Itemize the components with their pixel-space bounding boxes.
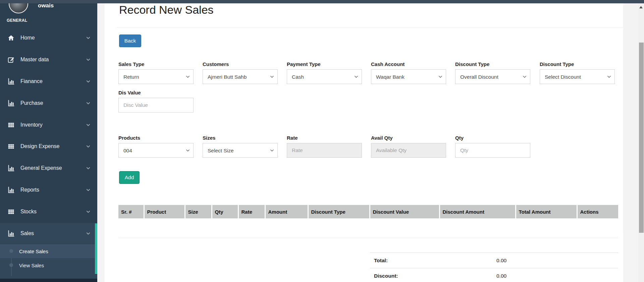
sizes-label: Sizes [203,135,215,141]
main-content [97,3,644,282]
table-grid-icon [7,208,15,215]
bar-chart-icon [7,164,15,172]
avail-qty-label: Avail Qty [371,135,392,141]
sidebar-item-master-data[interactable]: Master data [0,49,97,71]
sidebar-item-stocks[interactable]: Stocks [0,201,97,222]
sidebar-item-sales[interactable]: Sales [0,222,97,244]
col-qty: Qty [212,205,238,218]
bar-chart-icon [7,99,15,107]
dis-value-input[interactable] [118,98,194,113]
sidebar-item-general-expense[interactable]: General Expense [0,157,97,179]
avatar [9,3,28,13]
col-discount-value: Discount Value [370,205,439,218]
sidebar-item-label: Home [20,35,35,41]
sidebar-section-label: GENERAL [7,18,27,23]
add-button[interactable]: Add [119,171,140,184]
col-amount: Amount [265,205,308,218]
sidebar-item-fianance[interactable]: Fianance [0,71,97,92]
sales-type-select[interactable]: Return [118,69,194,84]
empty-table-row-divider [118,238,618,238]
sales-items-table: Sr. # Product Size Qty Rate Amount Disco… [118,205,618,218]
chevron-down-icon [86,36,91,40]
sidebar-item-purchase[interactable]: Purchase [0,92,97,114]
table-header-row: Sr. # Product Size Qty Rate Amount Disco… [118,205,618,218]
chevron-down-icon [86,57,91,62]
products-select[interactable]: 004 [118,143,194,158]
sidebar-subitem-create-sales[interactable]: Create Sales [0,244,97,258]
bar-chart-icon [7,230,15,237]
sales-submenu: Create Sales View Sales [0,244,97,281]
col-product: Product [144,205,185,218]
title-divider [117,27,623,27]
total-row: Total: 0.00 [370,253,618,268]
sidebar-item-home[interactable]: Home [0,27,97,49]
customers-label: Customers [203,61,229,67]
page-right-margin [623,3,638,233]
totals-summary: Total: 0.00 Discount: 0.00 [370,253,618,282]
payment-type-label: Payment Type [287,61,321,67]
rate-input[interactable] [287,143,362,158]
home-icon [7,34,15,42]
scroll-up-arrow-icon[interactable] [639,6,643,8]
discount-type-select-2[interactable]: Select Discount [540,69,615,84]
sidebar-item-label: Master data [20,57,49,63]
screen: owais GENERAL Home Master data [0,0,644,282]
products-label: Products [118,135,140,141]
bar-chart-icon [7,186,15,194]
avail-qty-input[interactable] [371,143,446,158]
sidebar-item-label: Stocks [20,209,37,215]
chevron-down-icon [86,188,91,192]
active-section-accent-bar [95,223,97,274]
sidebar-item-inventory[interactable]: Inventory [0,114,97,136]
cash-account-label: Cash Account [371,61,405,67]
table-grid-icon [7,121,15,129]
username: owais [38,3,54,9]
total-value: 0.00 [496,258,506,264]
sidebar-item-design-expense[interactable]: Design Expense [0,136,97,157]
chevron-down-icon [86,166,91,170]
chevron-down-icon [86,144,91,149]
rate-label: Rate [287,135,298,141]
payment-type-select[interactable]: Cash [287,69,362,84]
sales-type-label: Sales Type [118,61,144,67]
sidebar-subitem-view-sales[interactable]: View Sales [0,258,97,272]
sidebar-item-reports[interactable]: Reports [0,179,97,201]
sidebar-item-label: Design Expense [20,143,60,149]
sizes-select[interactable]: Select Size [203,143,278,158]
sidebar-item-label: Sales [20,230,34,236]
customers-select[interactable]: Ajmeri Butt Sahb [203,69,278,84]
col-sr: Sr. # [118,205,144,218]
discount-label: Discount: [370,273,496,279]
discount-type-select[interactable]: Overall Discount [455,69,530,84]
chevron-down-icon [86,209,91,214]
total-label: Total: [370,258,496,264]
col-size: Size [185,205,212,218]
cash-account-select[interactable]: Waqar Bank [371,69,446,84]
bullet-dot-icon [9,263,13,267]
qty-label: Qty [455,135,464,141]
col-rate: Rate [238,205,265,218]
vertical-scrollbar[interactable] [638,3,644,282]
bullet-dot-icon [9,249,13,253]
dis-value-label: Dis Value [118,90,141,95]
col-discount-amount: Discount Amount [439,205,516,218]
qty-input[interactable] [455,143,530,158]
table-grid-icon [7,143,15,150]
sidebar-item-label: Inventory [20,122,43,128]
scrollbar-thumb[interactable] [639,43,644,233]
sidebar-item-label: General Expense [20,165,62,171]
discount-value: 0.00 [496,273,506,279]
submenu-label: View Sales [19,263,44,268]
chevron-down-icon [86,79,91,84]
sidebar-bottom-strip [0,279,97,282]
discount-type-label-2: Discount Type [540,61,574,67]
sidebar-item-label: Purchase [20,100,43,106]
col-total-amount: Total Amount [516,205,577,218]
sidebar: owais GENERAL Home Master data [0,3,97,282]
sidebar-item-label: Fianance [20,78,43,84]
edit-square-icon [7,56,15,63]
page-title: Record New Sales [119,3,214,16]
sidebar-item-label: Reports [20,187,39,193]
back-button[interactable]: Back [119,34,141,47]
discount-row: Discount: 0.00 [370,268,618,282]
